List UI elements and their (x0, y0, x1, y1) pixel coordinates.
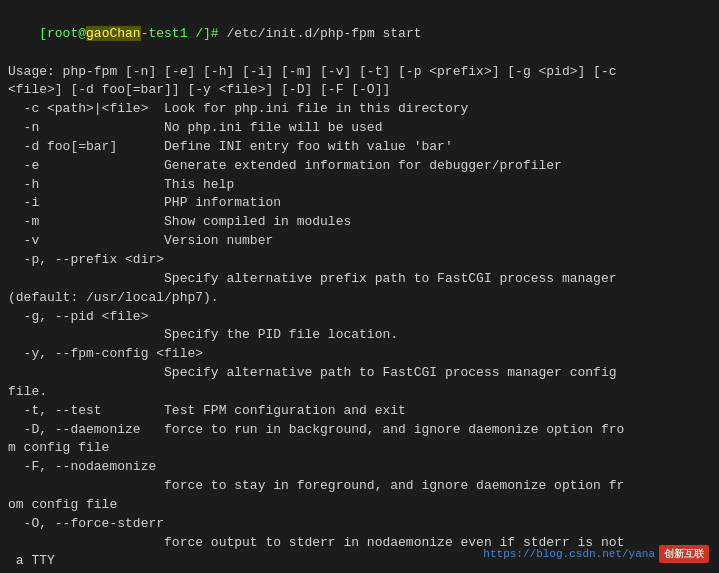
command-line: [root@gaoChan-test1 /]# /etc/init.d/php-… (8, 6, 711, 63)
output-line-9: -m Show compiled in modules (8, 213, 711, 232)
output-line-2: <file>] [-d foo[=bar]] [-y <file>] [-D] … (8, 81, 711, 100)
prompt-user: [root@ (39, 26, 86, 41)
output-line-23: force to stay in foreground, and ignore … (8, 477, 711, 496)
output-line-10: -v Version number (8, 232, 711, 251)
output-line-13: (default: /usr/local/php7). (8, 289, 711, 308)
output-line-6: -e Generate extended information for deb… (8, 157, 711, 176)
hostname-highlight: gaoChan (86, 26, 141, 41)
output-line-1: Usage: php-fpm [-n] [-e] [-h] [-i] [-m] … (8, 63, 711, 82)
output-line-25: -O, --force-stderr (8, 515, 711, 534)
output-line-11: -p, --prefix <dir> (8, 251, 711, 270)
output-line-5: -d foo[=bar] Define INI entry foo with v… (8, 138, 711, 157)
output-line-12: Specify alternative prefix path to FastC… (8, 270, 711, 289)
watermark: https://blog.csdn.net/yana 创新互联 (483, 545, 709, 563)
prompt-host: -test1 /]# (141, 26, 219, 41)
output-line-8: -i PHP information (8, 194, 711, 213)
output-line-7: -h This help (8, 176, 711, 195)
watermark-logo: 创新互联 (659, 545, 709, 563)
output-line-20: -D, --daemonize force to run in backgrou… (8, 421, 711, 440)
output-line-21: m config file (8, 439, 711, 458)
output-line-18: file. (8, 383, 711, 402)
terminal-window: [root@gaoChan-test1 /]# /etc/init.d/php-… (0, 0, 719, 573)
watermark-url: https://blog.csdn.net/yana (483, 548, 655, 560)
output-line-16: -y, --fpm-config <file> (8, 345, 711, 364)
output-line-15: Specify the PID file location. (8, 326, 711, 345)
output-line-24: om config file (8, 496, 711, 515)
output-line-19: -t, --test Test FPM configuration and ex… (8, 402, 711, 421)
output-line-17: Specify alternative path to FastCGI proc… (8, 364, 711, 383)
output-line-22: -F, --nodaemonize (8, 458, 711, 477)
command-text: /etc/init.d/php-fpm start (219, 26, 422, 41)
output-line-14: -g, --pid <file> (8, 308, 711, 327)
output-line-3: -c <path>|<file> Look for php.ini file i… (8, 100, 711, 119)
output-line-4: -n No php.ini file will be used (8, 119, 711, 138)
